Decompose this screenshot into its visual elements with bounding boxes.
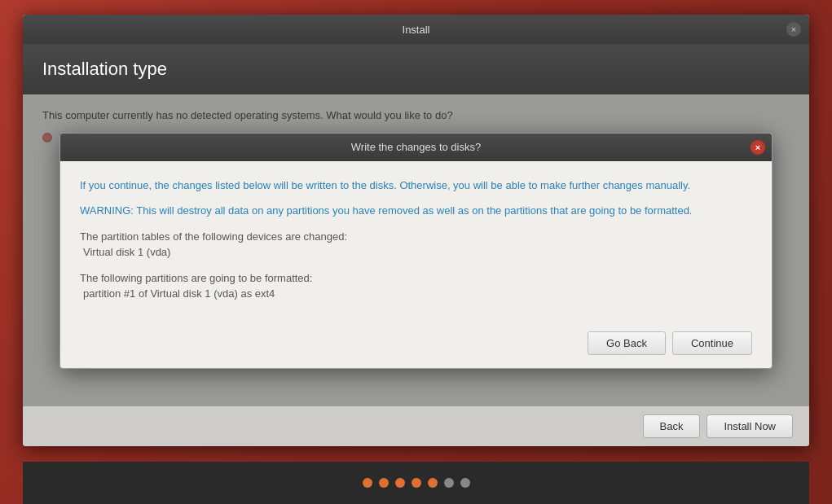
dialog-close-button[interactable]: × xyxy=(751,140,765,155)
dialog-close-icon: × xyxy=(755,142,760,152)
window-title: Install xyxy=(403,24,430,36)
progress-dot-3 xyxy=(395,478,405,488)
partition-tables-label: The partition tables of the following de… xyxy=(80,229,752,261)
dialog-titlebar: Write the changes to disks? × xyxy=(60,134,772,161)
back-button[interactable]: Back xyxy=(643,414,701,438)
dialog-footer: Go Back Continue xyxy=(60,325,772,368)
window-close-button[interactable]: × xyxy=(786,22,801,37)
format-label: The following partitions are going to be… xyxy=(80,270,752,302)
dialog-overlay: Write the changes to disks? × If you con… xyxy=(23,94,809,406)
dialog-warning-line2: WARNING: This will destroy all data on a… xyxy=(80,203,752,219)
dialog-warning-line1: If you continue, the changes listed belo… xyxy=(80,177,752,194)
device-list: Virtual disk 1 (vda) xyxy=(80,246,170,258)
dialog-body: If you continue, the changes listed belo… xyxy=(60,161,772,325)
progress-dot-6 xyxy=(444,478,454,488)
progress-dot-2 xyxy=(379,478,389,488)
progress-dots-bar xyxy=(23,462,809,504)
progress-dot-1 xyxy=(363,478,372,488)
main-area: This computer currently has no detected … xyxy=(23,94,809,406)
bottom-bar: Back Install Now xyxy=(23,406,809,446)
write-changes-dialog: Write the changes to disks? × If you con… xyxy=(59,133,773,369)
continue-button[interactable]: Continue xyxy=(672,331,752,355)
progress-dot-5 xyxy=(428,478,438,488)
dialog-title: Write the changes to disks? xyxy=(351,141,481,153)
titlebar: Install × xyxy=(23,15,809,44)
page-header: Installation type xyxy=(23,44,809,94)
go-back-button[interactable]: Go Back xyxy=(588,331,666,355)
main-window: Install × Installation type This compute… xyxy=(23,15,809,446)
progress-dot-4 xyxy=(412,478,421,488)
close-icon: × xyxy=(791,24,796,34)
progress-dot-7 xyxy=(460,478,470,488)
page-title: Installation type xyxy=(42,59,790,80)
format-list: partition #1 of Virtual disk 1 (vda) as … xyxy=(80,287,275,300)
install-now-button[interactable]: Install Now xyxy=(707,414,793,438)
